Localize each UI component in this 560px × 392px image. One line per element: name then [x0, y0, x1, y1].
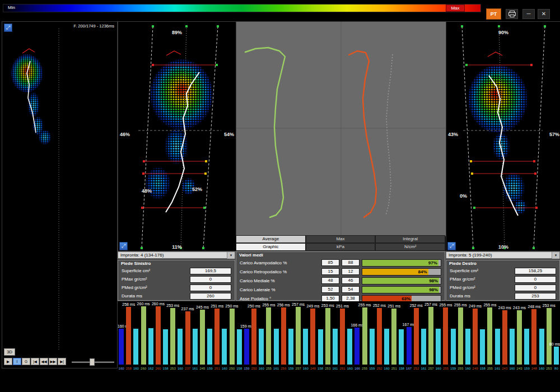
stride-bar-group: 257 ms257: [295, 301, 302, 371]
stride-bar: [362, 307, 367, 365]
stride-bar: [451, 329, 456, 365]
g-button[interactable]: G: [22, 358, 30, 365]
field-label: Durata ms: [122, 293, 142, 298]
right-impronta-dropdown[interactable]: Impronta: 5 (199-240) ▾: [446, 251, 560, 259]
carico-avampodalico-right-value[interactable]: 88: [342, 259, 360, 266]
carico-laterale-right-value[interactable]: 54: [342, 286, 360, 293]
field-label: PMed gr/cm²: [450, 285, 475, 290]
bar-value-label: 159: [207, 367, 213, 370]
symmetry-bar-fill: 98%: [362, 278, 439, 284]
close-button[interactable]: ✕: [538, 9, 550, 19]
stride-bar-group: 160: [258, 301, 265, 371]
zoom-reset-icon[interactable]: ⤢: [447, 242, 456, 250]
mean-values-rows: Carico Avampodalico %858897%Carico Retro…: [236, 258, 445, 303]
slider-thumb[interactable]: [90, 358, 95, 366]
stride-bar: [230, 309, 235, 365]
superficie-cm-input[interactable]: 169,5: [190, 268, 231, 274]
stride-bar: [531, 309, 536, 365]
cop-graph-panel: [236, 21, 446, 236]
stride-bar: [163, 329, 168, 365]
stride-bar: [554, 347, 559, 365]
bar-value-label: 249: [473, 367, 478, 370]
stride-bar: [370, 329, 375, 365]
next-frame-button[interactable]: ▶▶: [49, 358, 57, 365]
3d-view-button[interactable]: 3D: [4, 348, 15, 356]
stride-bar: [347, 329, 352, 365]
first-frame-button[interactable]: |◀: [31, 358, 39, 365]
field-label: Superficie cm²: [450, 268, 478, 273]
row-label: Carico Avampodalico %: [240, 260, 319, 265]
timeline-slider[interactable]: [72, 358, 114, 365]
bar-value-label: 160: [465, 367, 470, 370]
row-label: Asse Podalico °: [240, 296, 319, 301]
tab-graphic[interactable]: Graphic: [236, 243, 306, 251]
tab-kpa[interactable]: kPa: [306, 243, 376, 251]
bar-value-label: 160: [119, 367, 124, 370]
field-label: PMed gr/cm²: [122, 285, 147, 290]
zoom-reset-icon[interactable]: ⤢: [119, 242, 128, 250]
gait-line-right: [349, 51, 376, 217]
symmetry-bar-fill: 98%: [362, 287, 439, 293]
left-impronta-dropdown[interactable]: Impronta: 4 (134-176) ▾: [118, 251, 235, 259]
stride-bar: [391, 309, 396, 365]
stride-bar-group: 248 ms248: [530, 301, 538, 371]
mean-value-row: Carico Avampodalico %858897%: [236, 258, 445, 267]
axis-mark: [166, 51, 181, 55]
stride-bar: [318, 329, 323, 365]
carico-laterale-left-value[interactable]: 52: [321, 286, 339, 293]
pmed-gr-cm-input[interactable]: 0: [190, 284, 231, 291]
stride-bar-group: 258 ms258: [125, 301, 132, 371]
bar-value-label: 166: [354, 367, 360, 370]
tab-n-cm[interactable]: N/cm²: [375, 243, 445, 251]
stride-bar: [340, 309, 345, 365]
minimize-button[interactable]: ─: [522, 9, 535, 19]
symmetry-bar: 98%: [362, 286, 441, 293]
symmetry-pct-label: 98%: [429, 287, 439, 292]
print-button[interactable]: [506, 9, 518, 19]
bar-value-label: 158: [163, 367, 169, 370]
lateral-load-pct: 57%: [549, 132, 559, 137]
superficie-cm-input[interactable]: 158,25: [515, 268, 556, 274]
bar-value-label: 160: [347, 367, 353, 370]
last-frame-button[interactable]: ▶|: [58, 358, 66, 365]
stride-bar: [458, 307, 463, 365]
printer-icon: [508, 11, 516, 17]
tab-average[interactable]: Average: [236, 235, 306, 243]
carico-retropodalico-right-value[interactable]: 12: [342, 268, 360, 275]
stride-bar: [399, 329, 404, 365]
pmed-gr-cm-input[interactable]: 0: [515, 284, 556, 291]
field-row: PMax gr/cm²0: [446, 275, 559, 283]
stride-bar: [465, 329, 470, 365]
symmetry-bar: 84%: [362, 268, 441, 276]
tab-integral[interactable]: Integral: [375, 235, 445, 243]
stride-bar-group: 158: [236, 301, 243, 371]
bar-value-label: 257: [428, 367, 434, 370]
zoom-reset-icon[interactable]: ⤢: [4, 24, 12, 32]
bar-value-label: 160: [222, 367, 227, 370]
stride-bar-group: 251 ms251: [390, 301, 398, 371]
current-frame-button[interactable]: I: [13, 358, 21, 365]
stride-bar-group: 251 ms251: [213, 301, 221, 371]
playback-controls: ▶IG|◀◀◀▶▶▶|: [4, 358, 66, 365]
stride-bar: [436, 329, 441, 365]
tab-max[interactable]: Max: [306, 235, 376, 243]
carico-mediale-left-value[interactable]: 48: [321, 277, 339, 284]
carico-retropodalico-left-value[interactable]: 15: [321, 268, 339, 275]
carico-avampodalico-left-value[interactable]: 85: [321, 259, 339, 266]
group-title: Piede Sinistro: [121, 261, 151, 266]
durata-ms-input[interactable]: 253: [515, 293, 556, 300]
bar-value-label: 256: [281, 367, 286, 370]
durata-ms-input[interactable]: 260: [190, 293, 231, 300]
bar-value-label: 162: [148, 367, 153, 370]
stride-bar-group: 260 ms260: [155, 301, 162, 371]
symmetry-bar-fill: 84%: [362, 269, 428, 275]
pmax-gr-cm-input[interactable]: 0: [515, 276, 556, 283]
carico-mediale-right-value[interactable]: 46: [342, 277, 360, 284]
play-button[interactable]: ▶: [4, 358, 12, 365]
pmax-gr-cm-input[interactable]: 0: [190, 276, 231, 283]
stride-bar-group: 249 ms249: [309, 301, 316, 371]
prev-frame-button[interactable]: ◀◀: [40, 358, 48, 365]
stride-bar-group: 253 ms253: [169, 301, 176, 371]
bar-value-label: 159: [524, 367, 530, 370]
pt-button[interactable]: PT: [486, 8, 501, 20]
